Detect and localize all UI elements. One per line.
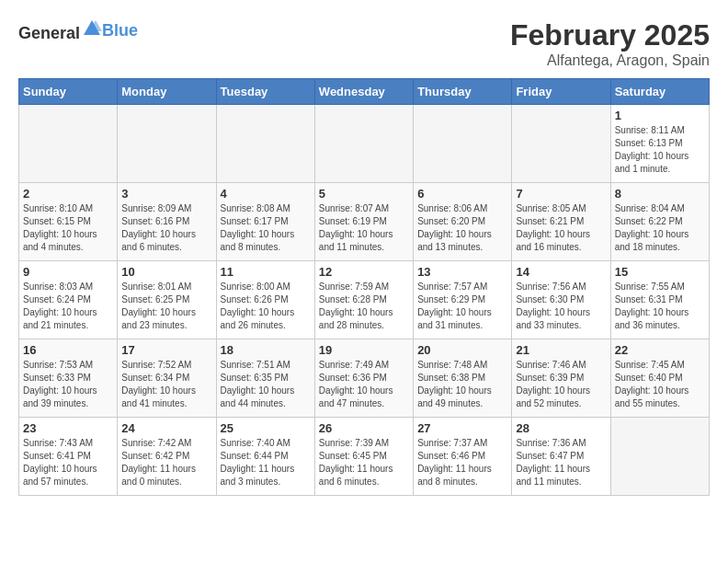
day-number: 23 bbox=[23, 421, 113, 435]
calendar-cell: 18Sunrise: 7:51 AM Sunset: 6:35 PM Dayli… bbox=[216, 339, 314, 418]
calendar-cell bbox=[19, 105, 118, 183]
calendar-week-3: 16Sunrise: 7:53 AM Sunset: 6:33 PM Dayli… bbox=[19, 339, 710, 418]
calendar-cell: 10Sunrise: 8:01 AM Sunset: 6:25 PM Dayli… bbox=[118, 261, 216, 339]
calendar-cell: 20Sunrise: 7:48 AM Sunset: 6:38 PM Dayli… bbox=[414, 339, 512, 418]
calendar-cell: 1Sunrise: 8:11 AM Sunset: 6:13 PM Daylig… bbox=[610, 105, 709, 183]
calendar-cell: 14Sunrise: 7:56 AM Sunset: 6:30 PM Dayli… bbox=[512, 261, 610, 339]
header-wednesday: Wednesday bbox=[314, 79, 413, 105]
day-number: 6 bbox=[417, 187, 507, 201]
day-info: Sunrise: 7:36 AM Sunset: 6:47 PM Dayligh… bbox=[516, 437, 606, 488]
calendar-header: Sunday Monday Tuesday Wednesday Thursday… bbox=[19, 79, 710, 105]
calendar-cell: 22Sunrise: 7:45 AM Sunset: 6:40 PM Dayli… bbox=[610, 339, 709, 418]
calendar-cell: 28Sunrise: 7:36 AM Sunset: 6:47 PM Dayli… bbox=[512, 418, 610, 496]
day-info: Sunrise: 8:08 AM Sunset: 6:17 PM Dayligh… bbox=[221, 202, 311, 254]
calendar-week-4: 23Sunrise: 7:43 AM Sunset: 6:41 PM Dayli… bbox=[19, 418, 710, 496]
day-info: Sunrise: 8:06 AM Sunset: 6:20 PM Dayligh… bbox=[417, 202, 507, 254]
calendar-cell: 21Sunrise: 7:46 AM Sunset: 6:39 PM Dayli… bbox=[512, 339, 610, 418]
calendar-cell: 17Sunrise: 7:52 AM Sunset: 6:34 PM Dayli… bbox=[118, 339, 216, 418]
day-number: 20 bbox=[417, 343, 507, 357]
page-header: General Blue February 2025 Alfantega, Ar… bbox=[18, 18, 710, 69]
calendar-cell bbox=[512, 105, 610, 183]
day-info: Sunrise: 7:57 AM Sunset: 6:29 PM Dayligh… bbox=[417, 281, 507, 332]
calendar-cell bbox=[118, 105, 216, 183]
logo: General Blue bbox=[18, 18, 138, 43]
calendar-cell: 24Sunrise: 7:42 AM Sunset: 6:42 PM Dayli… bbox=[118, 418, 216, 496]
calendar-week-0: 1Sunrise: 8:11 AM Sunset: 6:13 PM Daylig… bbox=[19, 105, 710, 183]
day-info: Sunrise: 7:45 AM Sunset: 6:40 PM Dayligh… bbox=[615, 359, 705, 410]
calendar-cell: 3Sunrise: 8:09 AM Sunset: 6:16 PM Daylig… bbox=[118, 183, 216, 261]
day-info: Sunrise: 7:48 AM Sunset: 6:38 PM Dayligh… bbox=[417, 359, 507, 410]
day-number: 3 bbox=[121, 187, 211, 201]
day-number: 14 bbox=[516, 265, 606, 279]
calendar-cell: 9Sunrise: 8:03 AM Sunset: 6:24 PM Daylig… bbox=[19, 261, 118, 339]
day-info: Sunrise: 8:01 AM Sunset: 6:25 PM Dayligh… bbox=[121, 281, 211, 332]
calendar-cell: 19Sunrise: 7:49 AM Sunset: 6:36 PM Dayli… bbox=[314, 339, 413, 418]
calendar-cell: 5Sunrise: 8:07 AM Sunset: 6:19 PM Daylig… bbox=[314, 183, 413, 261]
day-number: 4 bbox=[221, 187, 311, 201]
day-info: Sunrise: 7:40 AM Sunset: 6:44 PM Dayligh… bbox=[221, 437, 311, 488]
calendar-cell: 16Sunrise: 7:53 AM Sunset: 6:33 PM Dayli… bbox=[19, 339, 118, 418]
calendar-cell bbox=[414, 105, 512, 183]
logo-general: General bbox=[18, 24, 80, 42]
header-thursday: Thursday bbox=[414, 79, 512, 105]
calendar-cell: 25Sunrise: 7:40 AM Sunset: 6:44 PM Dayli… bbox=[216, 418, 314, 496]
header-saturday: Saturday bbox=[610, 79, 709, 105]
calendar-cell bbox=[314, 105, 413, 183]
day-number: 13 bbox=[417, 265, 507, 279]
day-info: Sunrise: 8:04 AM Sunset: 6:22 PM Dayligh… bbox=[615, 202, 705, 254]
day-info: Sunrise: 7:37 AM Sunset: 6:46 PM Dayligh… bbox=[417, 437, 507, 488]
day-info: Sunrise: 8:05 AM Sunset: 6:21 PM Dayligh… bbox=[516, 202, 606, 254]
calendar-cell: 2Sunrise: 8:10 AM Sunset: 6:15 PM Daylig… bbox=[19, 183, 118, 261]
calendar-cell: 11Sunrise: 8:00 AM Sunset: 6:26 PM Dayli… bbox=[216, 261, 314, 339]
day-number: 8 bbox=[615, 187, 705, 201]
logo-blue: Blue bbox=[102, 21, 138, 40]
day-number: 10 bbox=[121, 265, 211, 279]
title-block: February 2025 Alfantega, Aragon, Spain bbox=[510, 18, 710, 69]
day-info: Sunrise: 7:51 AM Sunset: 6:35 PM Dayligh… bbox=[221, 359, 311, 410]
day-number: 5 bbox=[319, 187, 409, 201]
day-number: 21 bbox=[516, 343, 606, 357]
day-number: 27 bbox=[417, 421, 507, 435]
day-info: Sunrise: 8:07 AM Sunset: 6:19 PM Dayligh… bbox=[319, 202, 409, 254]
calendar-cell: 8Sunrise: 8:04 AM Sunset: 6:22 PM Daylig… bbox=[610, 183, 709, 261]
day-info: Sunrise: 8:11 AM Sunset: 6:13 PM Dayligh… bbox=[615, 124, 705, 176]
day-info: Sunrise: 7:42 AM Sunset: 6:42 PM Dayligh… bbox=[121, 437, 211, 488]
day-number: 19 bbox=[319, 343, 409, 357]
day-number: 26 bbox=[319, 421, 409, 435]
day-number: 16 bbox=[23, 343, 113, 357]
day-number: 17 bbox=[121, 343, 211, 357]
day-info: Sunrise: 7:59 AM Sunset: 6:28 PM Dayligh… bbox=[319, 281, 409, 332]
calendar-cell: 15Sunrise: 7:55 AM Sunset: 6:31 PM Dayli… bbox=[610, 261, 709, 339]
day-number: 12 bbox=[319, 265, 409, 279]
calendar-cell bbox=[610, 418, 709, 496]
calendar-cell: 6Sunrise: 8:06 AM Sunset: 6:20 PM Daylig… bbox=[414, 183, 512, 261]
day-info: Sunrise: 8:00 AM Sunset: 6:26 PM Dayligh… bbox=[221, 281, 311, 332]
header-sunday: Sunday bbox=[19, 79, 118, 105]
calendar-title: February 2025 bbox=[510, 18, 710, 52]
calendar-cell: 26Sunrise: 7:39 AM Sunset: 6:45 PM Dayli… bbox=[314, 418, 413, 496]
calendar-cell bbox=[216, 105, 314, 183]
calendar-body: 1Sunrise: 8:11 AM Sunset: 6:13 PM Daylig… bbox=[19, 105, 710, 496]
day-number: 22 bbox=[615, 343, 705, 357]
header-monday: Monday bbox=[118, 79, 216, 105]
header-tuesday: Tuesday bbox=[216, 79, 314, 105]
day-info: Sunrise: 7:46 AM Sunset: 6:39 PM Dayligh… bbox=[516, 359, 606, 410]
day-number: 7 bbox=[516, 187, 606, 201]
day-number: 1 bbox=[615, 109, 705, 122]
day-info: Sunrise: 7:56 AM Sunset: 6:30 PM Dayligh… bbox=[516, 281, 606, 332]
day-number: 25 bbox=[221, 421, 311, 435]
calendar-subtitle: Alfantega, Aragon, Spain bbox=[510, 52, 710, 69]
calendar-cell: 27Sunrise: 7:37 AM Sunset: 6:46 PM Dayli… bbox=[414, 418, 512, 496]
day-info: Sunrise: 7:39 AM Sunset: 6:45 PM Dayligh… bbox=[319, 437, 409, 488]
day-number: 18 bbox=[221, 343, 311, 357]
day-number: 15 bbox=[615, 265, 705, 279]
day-number: 9 bbox=[23, 265, 113, 279]
calendar-cell: 7Sunrise: 8:05 AM Sunset: 6:21 PM Daylig… bbox=[512, 183, 610, 261]
day-info: Sunrise: 8:03 AM Sunset: 6:24 PM Dayligh… bbox=[23, 281, 113, 332]
day-number: 24 bbox=[121, 421, 211, 435]
day-info: Sunrise: 7:53 AM Sunset: 6:33 PM Dayligh… bbox=[23, 359, 113, 410]
day-info: Sunrise: 7:52 AM Sunset: 6:34 PM Dayligh… bbox=[121, 359, 211, 410]
calendar-week-2: 9Sunrise: 8:03 AM Sunset: 6:24 PM Daylig… bbox=[19, 261, 710, 339]
logo-icon bbox=[82, 18, 102, 39]
day-info: Sunrise: 8:09 AM Sunset: 6:16 PM Dayligh… bbox=[121, 202, 211, 254]
